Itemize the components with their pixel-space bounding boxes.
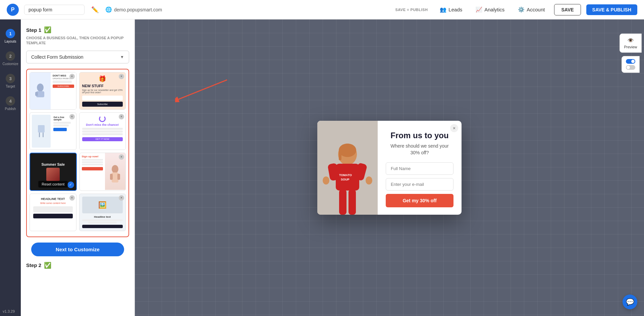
svg-rect-21 (339, 190, 346, 215)
popup-content-area: × From us to you Where should we send yo… (378, 121, 462, 215)
svg-rect-4 (39, 133, 40, 137)
preview-button[interactable]: 👁️ Preview (620, 34, 641, 53)
step-check-icon: ✅ (44, 26, 51, 34)
step2-header: Step 2 ✅ (26, 262, 129, 269)
template-card-headline[interactable]: × HEADLINE TEXT Write some content here (30, 194, 76, 231)
template-close-icon-2[interactable]: × (119, 74, 124, 79)
step-title: Step 1 (26, 27, 41, 33)
toggle-on-1[interactable] (626, 59, 635, 64)
popup-person-background: TOMATO SOUP (317, 121, 378, 215)
goal-dropdown-value: Collect Form Submission (31, 54, 84, 60)
analytics-icon: 📈 (476, 6, 482, 13)
template-close-icon-7[interactable]: × (119, 195, 124, 201)
right-panel: 👁️ Preview (617, 34, 644, 73)
step-header: Step 1 ✅ (26, 26, 129, 34)
template-close-icon-6[interactable]: × (69, 195, 75, 201)
popup-title: From us to you (386, 131, 453, 140)
popup-preview-modal: TOMATO SOUP × From us to you Where shoul… (317, 121, 462, 215)
svg-rect-22 (348, 190, 356, 215)
svg-point-0 (37, 84, 44, 92)
sidebar-step-layouts[interactable]: 1 Layouts (0, 25, 21, 47)
step-subtitle: CHOOSE A BUSINESS GOAL, THEN CHOOSE A PO… (26, 36, 129, 46)
app-name-input[interactable] (24, 5, 85, 15)
popup-fullname-input[interactable] (386, 162, 453, 175)
save-button[interactable]: SAVE (554, 4, 581, 15)
popup-close-button[interactable]: × (450, 124, 458, 132)
popup-email-input[interactable] (386, 178, 453, 191)
save-equals-publish-label: SAVE = PUBLISH (395, 8, 428, 12)
template-row-1: × DON'T MISS UPDATES FROM US SUBSCRIBE (30, 72, 126, 110)
svg-rect-5 (43, 133, 44, 137)
next-to-customize-button[interactable]: Next to Customize (31, 243, 124, 256)
save-publish-button[interactable]: SAVE & PUBLISH (586, 4, 637, 15)
svg-point-23 (323, 176, 329, 185)
leads-icon: 👥 (440, 6, 446, 13)
template-row-4: × HEADLINE TEXT Write some content here … (30, 194, 126, 231)
popup-submit-button[interactable]: Get my 30% off (386, 194, 453, 207)
template-card-dont-miss-chance[interactable]: × Don't miss the chance! GET IT NOW (79, 112, 126, 150)
svg-rect-2 (35, 92, 38, 96)
toggle-off-1[interactable] (626, 65, 635, 70)
template-grid: × DON'T MISS UPDATES FROM US SUBSCRIBE (26, 69, 129, 237)
sidebar-step-customize[interactable]: 2 Customize (0, 47, 21, 70)
analytics-nav-item[interactable]: 📈 Analytics (472, 6, 508, 13)
step2-check-icon: ✅ (44, 262, 51, 269)
svg-text:SOUP: SOUP (341, 178, 350, 181)
chair-illustration (36, 123, 46, 139)
svg-rect-15 (339, 150, 341, 160)
template-close-icon[interactable]: × (69, 74, 75, 79)
template-card-new-stuff[interactable]: × 🎁 NEW STUFF Sign up for our newsletter… (79, 72, 126, 110)
step-label-target: Target (6, 85, 15, 88)
step-label-layouts: Layouts (4, 40, 16, 43)
chat-button[interactable]: 💬 (623, 295, 637, 309)
woman-illustration (108, 163, 122, 190)
sidebar-step-target[interactable]: 3 Target (0, 70, 21, 92)
layout-panel: Step 1 ✅ CHOOSE A BUSINESS GOAL, THEN CH… (21, 19, 135, 316)
step-number-3: 3 (6, 74, 15, 83)
image-placeholder-icon: 🖼️ (98, 201, 107, 209)
chat-icon: 💬 (626, 298, 634, 306)
template-card-dont-miss[interactable]: × DON'T MISS UPDATES FROM US SUBSCRIBE (30, 72, 76, 110)
template-close-icon-3[interactable]: × (69, 114, 75, 119)
template-card-chair[interactable]: × Get a free sample (30, 112, 76, 150)
template-close-icon-5[interactable]: × (119, 154, 124, 160)
svg-point-6 (112, 165, 118, 173)
edit-icon-btn[interactable]: ✏️ (90, 5, 100, 15)
svg-rect-9 (117, 174, 120, 180)
svg-rect-8 (110, 174, 113, 180)
template-selected-check-icon: ✓ (67, 181, 74, 188)
step-number-2: 2 (6, 51, 15, 61)
step-label-publish: Publish (5, 107, 16, 111)
dropdown-arrow-icon: ▼ (120, 55, 124, 59)
template-card-image-placeholder[interactable]: × 🖼️ Headline text (79, 194, 126, 231)
version-label: v1.3.29 (3, 309, 15, 313)
app-logo[interactable]: P (7, 4, 19, 16)
svg-text:TOMATO: TOMATO (339, 173, 352, 177)
template-card-summer-sale[interactable]: ✓ Summer Sale Reset content (30, 153, 77, 191)
popup-subtitle: Where should we send your 30% off? (386, 143, 453, 156)
popup-person-svg: TOMATO SOUP (317, 121, 378, 215)
reset-content-label[interactable]: Reset content (38, 181, 68, 188)
step-number-1: 1 (6, 29, 15, 38)
svg-rect-3 (38, 125, 45, 133)
toggle-item-1 (626, 59, 635, 64)
topnav: P ✏️ 🌐 demo.popupsmart.com SAVE = PUBLIS… (0, 0, 644, 19)
account-nav-item[interactable]: ⚙️ Account (514, 6, 549, 13)
template-close-icon-4[interactable]: × (119, 114, 124, 119)
globe-icon: 🌐 (105, 6, 112, 13)
arrow-indicator (175, 76, 229, 105)
preview-label: Preview (624, 45, 637, 49)
eye-icon: 👁️ (627, 37, 634, 44)
template-row-2: × Get a free sample (30, 112, 126, 150)
step-number-4: 4 (6, 96, 15, 106)
template-card-signup-woman[interactable]: × Sign up now! (79, 153, 126, 191)
leads-nav-item[interactable]: 👥 Leads (436, 6, 466, 13)
toggle-item-2 (626, 65, 635, 70)
sidebar-step-publish[interactable]: 4 Publish (0, 92, 21, 115)
step2-title: Step 2 (26, 262, 41, 268)
site-url: 🌐 demo.popupsmart.com (105, 6, 162, 13)
arrow-svg (175, 76, 229, 103)
popup-image-area: TOMATO SOUP (317, 121, 378, 215)
goal-dropdown[interactable]: Collect Form Submission ▼ (26, 51, 129, 63)
svg-point-24 (366, 176, 372, 185)
